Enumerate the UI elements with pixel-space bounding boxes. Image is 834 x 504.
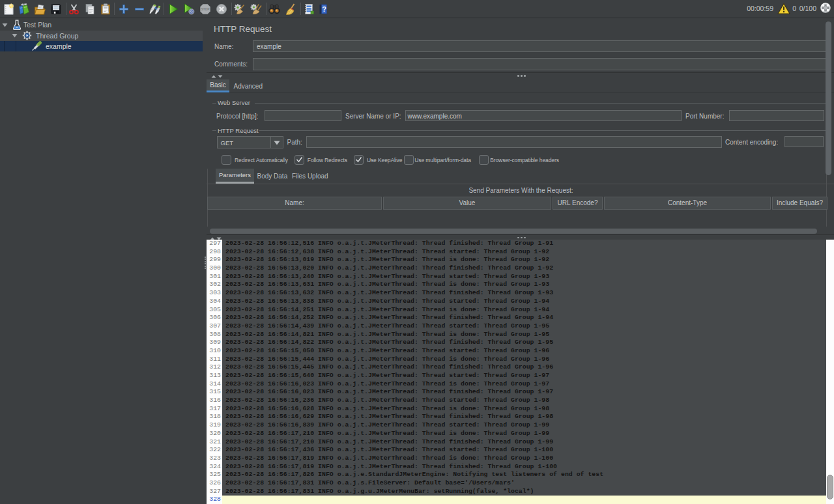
svg-text:?: ? <box>322 5 326 13</box>
svg-text:STOP: STOP <box>201 8 209 11</box>
